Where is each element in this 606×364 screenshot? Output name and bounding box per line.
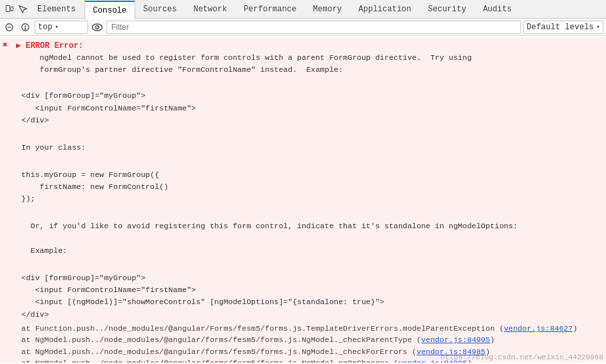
error-message: ngModel cannot be used to register form …	[16, 52, 603, 77]
tab-elements[interactable]: Elements	[29, 0, 85, 19]
devtools-window: ElementsConsoleSourcesNetworkPerformance…	[0, 0, 606, 363]
tab-sources[interactable]: Sources	[135, 0, 185, 19]
tab-application[interactable]: Application	[350, 0, 420, 19]
console-content: ✖ ▶ ERROR Error: ngModel cannot be used …	[0, 36, 606, 363]
error-indicator: ✖	[0, 39, 13, 51]
svg-rect-1	[11, 7, 13, 11]
stack-frame-1: at NgModel.push../node_modules/@angular/…	[21, 334, 598, 345]
watermark: https://blog.csdn.net/weixin_44220068	[441, 353, 603, 361]
text-block-2: Or, if you'd like to avoid registering t…	[16, 207, 603, 259]
context-selector[interactable]: top ▾	[35, 21, 88, 34]
context-value: top	[38, 23, 53, 32]
filter-input[interactable]	[107, 21, 521, 34]
context-arrow: ▾	[55, 23, 59, 31]
tab-bar: ElementsConsoleSourcesNetworkPerformance…	[0, 0, 606, 19]
svg-point-8	[96, 25, 99, 29]
levels-selector[interactable]: Default levels ▾	[523, 21, 603, 34]
svg-rect-0	[6, 5, 10, 11]
stop-on-exception-button[interactable]	[19, 21, 32, 34]
tab-memory[interactable]: Memory	[305, 0, 350, 19]
tab-network[interactable]: Network	[185, 0, 235, 19]
stack-link-0[interactable]: vendor.js:84627	[504, 324, 573, 333]
error-header: ▶ ERROR Error:	[16, 40, 603, 52]
eye-button[interactable]	[91, 21, 104, 34]
levels-arrow: ▾	[597, 23, 600, 31]
code-block-3: <div [formGroup]="myGroup"> <input FormC…	[16, 258, 603, 322]
tab-console[interactable]: Console	[85, 1, 135, 19]
tab-audits[interactable]: Audits	[475, 0, 520, 19]
stack-link-1[interactable]: vendor.js:84995	[421, 335, 490, 344]
error-icon: ✖	[3, 40, 7, 50]
error-entry: ✖ ▶ ERROR Error: ngModel cannot be used …	[0, 37, 606, 363]
tab-security[interactable]: Security	[420, 0, 475, 19]
stack-frame-0: at Function.push../node_modules/@angular…	[21, 323, 598, 334]
select-element-icon[interactable]	[16, 3, 29, 16]
levels-label: Default levels	[527, 23, 594, 32]
console-toolbar: top ▾ Default levels ▾	[0, 19, 606, 36]
tab-performance[interactable]: Performance	[236, 0, 305, 19]
error-text-block: ▶ ERROR Error: ngModel cannot be used to…	[13, 39, 606, 363]
code-block-2: this.myGroup = new FormGroup({ firstName…	[16, 155, 603, 207]
text-block-1: In your class:	[16, 128, 603, 155]
code-block-1: <div [formGroup]="myGroup"> <input FormC…	[16, 77, 603, 128]
svg-point-6	[25, 28, 25, 29]
svg-point-7	[93, 24, 103, 31]
mobile-icon[interactable]	[3, 3, 16, 16]
clear-console-button[interactable]	[3, 21, 16, 34]
